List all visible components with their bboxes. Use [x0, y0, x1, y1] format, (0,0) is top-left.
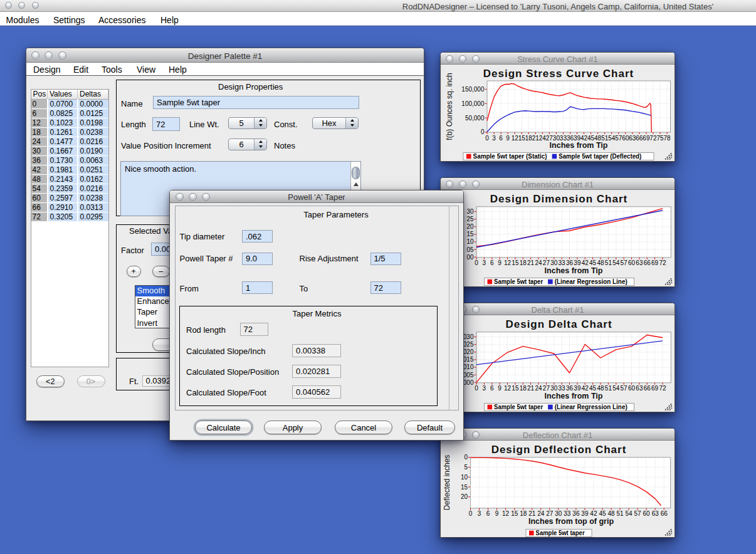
svg-text:60: 60	[628, 259, 636, 266]
svg-text:9: 9	[506, 135, 510, 142]
svg-text:33: 33	[559, 385, 566, 392]
svg-text:015: 015	[463, 356, 474, 363]
svg-text:20: 20	[461, 493, 468, 500]
svg-text:42: 42	[580, 135, 588, 142]
svg-text:60: 60	[622, 135, 629, 142]
svg-text:5: 5	[464, 464, 468, 471]
svg-text:63: 63	[636, 259, 643, 266]
svg-text:150,000: 150,000	[461, 86, 485, 93]
svg-text:(Linear Regression Line): (Linear Regression Line)	[555, 278, 627, 285]
svg-text:51: 51	[616, 510, 624, 517]
svg-text:54: 54	[612, 259, 620, 266]
svg-text:30: 30	[555, 510, 562, 517]
svg-text:030: 030	[463, 333, 474, 340]
svg-text:69: 69	[651, 259, 659, 266]
svg-text:12: 12	[504, 259, 512, 266]
svg-text:0: 0	[469, 510, 473, 517]
svg-text:3: 3	[483, 259, 486, 266]
svg-text:39: 39	[574, 259, 581, 266]
svg-text:9: 9	[495, 510, 499, 517]
svg-text:020: 020	[463, 348, 474, 355]
svg-text:48: 48	[607, 510, 615, 517]
svg-text:57: 57	[634, 510, 642, 517]
svg-text:36: 36	[566, 259, 574, 266]
svg-text:3: 3	[483, 385, 486, 392]
svg-text:45: 45	[589, 259, 597, 266]
svg-text:72: 72	[659, 385, 666, 392]
svg-text:27: 27	[546, 510, 554, 517]
svg-text:54: 54	[626, 510, 633, 517]
svg-text:10: 10	[466, 238, 474, 245]
svg-text:66: 66	[636, 135, 643, 142]
svg-text:000: 000	[463, 379, 474, 386]
svg-text:27: 27	[546, 135, 554, 142]
svg-text:0: 0	[464, 454, 468, 461]
svg-text:21: 21	[527, 385, 535, 392]
svg-text:42: 42	[582, 259, 589, 266]
svg-text:54: 54	[608, 135, 616, 142]
svg-text:36: 36	[566, 385, 574, 392]
svg-text:0: 0	[485, 135, 489, 142]
svg-text:Inches from Tip: Inches from Tip	[545, 266, 603, 275]
svg-text:25: 25	[466, 216, 474, 222]
svg-text:12: 12	[502, 510, 510, 517]
svg-text:30: 30	[550, 259, 558, 266]
svg-text:24: 24	[539, 135, 547, 142]
svg-text:15: 15	[512, 259, 519, 266]
svg-text:48: 48	[597, 259, 604, 266]
svg-text:24: 24	[535, 385, 542, 392]
svg-text:42: 42	[582, 385, 589, 392]
svg-text:Sample 5wt taper: Sample 5wt taper	[536, 530, 585, 536]
svg-text:21: 21	[527, 259, 535, 266]
svg-text:63: 63	[652, 510, 659, 517]
svg-text:39: 39	[581, 510, 589, 517]
svg-text:66: 66	[644, 259, 651, 266]
svg-text:Design Stress Curve Chart: Design Stress Curve Chart	[483, 68, 634, 80]
svg-text:42: 42	[590, 510, 597, 517]
svg-text:78: 78	[663, 135, 671, 142]
svg-text:3: 3	[492, 135, 496, 142]
svg-text:20: 20	[466, 223, 474, 230]
svg-text:15: 15	[518, 135, 526, 142]
svg-text:Design Deflection Chart: Design Deflection Chart	[491, 444, 627, 456]
svg-text:54: 54	[612, 385, 620, 392]
svg-text:025: 025	[463, 341, 474, 348]
svg-text:36: 36	[572, 510, 580, 517]
svg-text:15: 15	[511, 510, 518, 517]
svg-text:39: 39	[574, 385, 581, 392]
svg-text:12: 12	[504, 385, 512, 392]
svg-text:33: 33	[559, 259, 566, 266]
svg-text:30: 30	[550, 385, 558, 392]
svg-text:6: 6	[486, 510, 490, 517]
svg-text:6: 6	[490, 385, 494, 392]
svg-text:36: 36	[567, 135, 574, 142]
svg-text:12: 12	[512, 135, 519, 142]
svg-text:57: 57	[621, 385, 628, 392]
svg-text:66: 66	[661, 510, 668, 517]
svg-text:21: 21	[528, 510, 536, 517]
svg-text:72: 72	[649, 135, 657, 142]
svg-text:57: 57	[621, 259, 628, 266]
svg-text:18: 18	[520, 510, 527, 517]
svg-text:100,000: 100,000	[461, 100, 485, 107]
svg-text:30: 30	[553, 135, 560, 142]
svg-text:Sample 5wt taper: Sample 5wt taper	[494, 278, 543, 285]
svg-text:05: 05	[466, 246, 474, 253]
svg-text:00: 00	[466, 254, 474, 261]
svg-text:30: 30	[466, 208, 474, 215]
svg-text:45: 45	[589, 385, 597, 392]
svg-text:9: 9	[498, 385, 501, 392]
svg-text:6: 6	[490, 259, 494, 266]
svg-text:Deflected inches: Deflected inches	[443, 455, 451, 511]
svg-text:18: 18	[520, 385, 527, 392]
svg-text:45: 45	[599, 510, 606, 517]
svg-text:6: 6	[499, 135, 503, 142]
svg-text:60: 60	[628, 385, 636, 392]
svg-text:Sample 5wt taper (Deflected): Sample 5wt taper (Deflected)	[559, 153, 641, 160]
svg-text:63: 63	[636, 385, 643, 392]
svg-text:57: 57	[615, 135, 622, 142]
svg-text:63: 63	[629, 135, 636, 142]
svg-text:0: 0	[475, 385, 478, 392]
svg-text:45: 45	[587, 135, 595, 142]
svg-text:48: 48	[597, 385, 604, 392]
